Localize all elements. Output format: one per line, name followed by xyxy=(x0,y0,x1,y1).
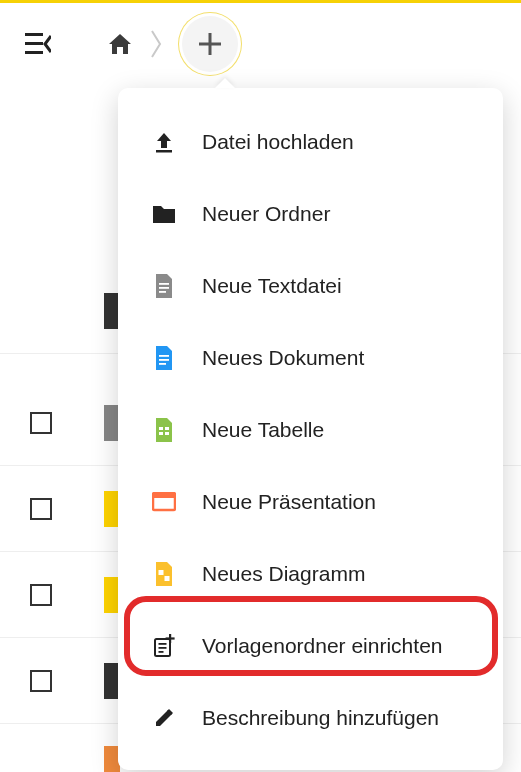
row-checkbox[interactable] xyxy=(30,498,52,520)
svg-rect-14 xyxy=(159,432,163,435)
svg-rect-5 xyxy=(156,150,172,153)
menu-item-label: Neue Textdatei xyxy=(202,274,342,298)
document-icon xyxy=(144,346,184,370)
presentation-icon xyxy=(144,492,184,512)
menu-toggle-button[interactable] xyxy=(18,24,58,64)
svg-rect-25 xyxy=(166,637,175,639)
svg-rect-11 xyxy=(159,363,166,365)
svg-rect-1 xyxy=(25,42,43,45)
breadcrumb-separator-icon xyxy=(144,24,168,64)
menu-item-label: Neue Tabelle xyxy=(202,418,324,442)
menu-item-new-textfile[interactable]: Neue Textdatei xyxy=(118,250,503,322)
menu-item-new-document[interactable]: Neues Dokument xyxy=(118,322,503,394)
add-button[interactable] xyxy=(182,16,238,72)
svg-rect-4 xyxy=(199,43,221,46)
svg-rect-2 xyxy=(25,51,43,54)
menu-item-label: Vorlagenordner einrichten xyxy=(202,634,443,658)
svg-rect-0 xyxy=(25,33,43,36)
menu-item-label: Neuer Ordner xyxy=(202,202,330,226)
menu-item-setup-template-folder[interactable]: Vorlagenordner einrichten xyxy=(118,610,503,682)
svg-rect-22 xyxy=(159,647,167,649)
menu-item-label: Neue Präsentation xyxy=(202,490,376,514)
svg-rect-23 xyxy=(159,651,164,653)
svg-rect-8 xyxy=(159,291,166,293)
header xyxy=(0,3,521,85)
menu-item-new-diagram[interactable]: Neues Diagramm xyxy=(118,538,503,610)
textfile-icon xyxy=(144,274,184,298)
row-checkbox[interactable] xyxy=(30,670,52,692)
home-icon[interactable] xyxy=(100,24,140,64)
svg-rect-13 xyxy=(165,427,169,430)
breadcrumb xyxy=(100,16,238,72)
plus-icon xyxy=(199,33,221,55)
svg-rect-10 xyxy=(159,359,169,361)
upload-icon xyxy=(144,130,184,154)
svg-rect-12 xyxy=(159,427,163,430)
menu-item-label: Neues Dokument xyxy=(202,346,364,370)
row-checkbox[interactable] xyxy=(30,584,52,606)
spreadsheet-icon xyxy=(144,418,184,442)
svg-rect-9 xyxy=(159,355,169,357)
template-folder-icon xyxy=(144,634,184,658)
menu-item-add-description[interactable]: Beschreibung hinzufügen xyxy=(118,682,503,754)
svg-rect-19 xyxy=(165,576,170,581)
menu-item-new-folder[interactable]: Neuer Ordner xyxy=(118,178,503,250)
svg-rect-6 xyxy=(159,283,169,285)
menu-item-upload-file[interactable]: Datei hochladen xyxy=(118,106,503,178)
menu-item-label: Datei hochladen xyxy=(202,130,354,154)
svg-rect-7 xyxy=(159,287,169,289)
new-menu-dropdown: Datei hochladen Neuer Ordner Neue Textda… xyxy=(118,88,503,770)
diagram-icon xyxy=(144,562,184,586)
svg-rect-17 xyxy=(153,493,175,498)
menu-item-new-spreadsheet[interactable]: Neue Tabelle xyxy=(118,394,503,466)
pencil-icon xyxy=(144,707,184,729)
svg-rect-15 xyxy=(165,432,169,435)
svg-rect-21 xyxy=(159,643,167,645)
menu-item-label: Neues Diagramm xyxy=(202,562,365,586)
menu-item-new-presentation[interactable]: Neue Präsentation xyxy=(118,466,503,538)
svg-rect-18 xyxy=(159,570,164,575)
row-checkbox[interactable] xyxy=(30,412,52,434)
folder-icon xyxy=(144,204,184,224)
menu-item-label: Beschreibung hinzufügen xyxy=(202,706,439,730)
